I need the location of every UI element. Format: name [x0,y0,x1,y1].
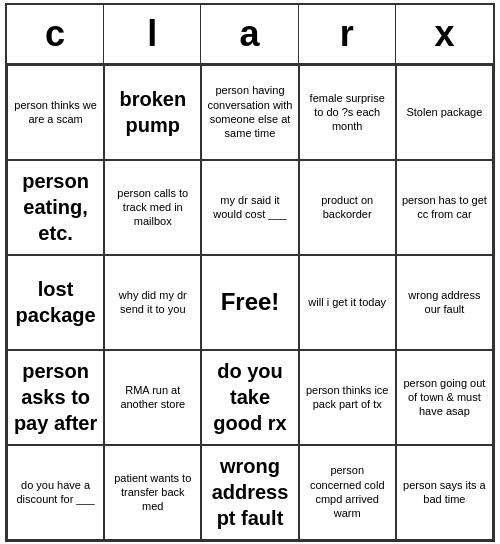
bingo-cell-16[interactable]: RMA run at another store [104,350,201,445]
bingo-cell-13[interactable]: will i get it today [299,255,396,350]
bingo-grid: person thinks we are a scambroken pumppe… [7,65,493,540]
bingo-cell-2[interactable]: person having conversation with someone … [201,65,298,160]
bingo-cell-5[interactable]: person eating, etc. [7,160,104,255]
bingo-cell-24[interactable]: person says its a bad time [396,445,493,540]
bingo-cell-4[interactable]: Stolen package [396,65,493,160]
bingo-cell-12[interactable]: Free! [201,255,298,350]
bingo-cell-7[interactable]: my dr said it would cost ___ [201,160,298,255]
bingo-cell-9[interactable]: person has to get cc from car [396,160,493,255]
bingo-cell-0[interactable]: person thinks we are a scam [7,65,104,160]
bingo-cell-14[interactable]: wrong address our fault [396,255,493,350]
bingo-cell-18[interactable]: person thinks ice pack part of tx [299,350,396,445]
bingo-cell-19[interactable]: person going out of town & must have asa… [396,350,493,445]
bingo-cell-10[interactable]: lost package [7,255,104,350]
bingo-header: c l a r x [7,5,493,65]
bingo-cell-22[interactable]: wrong address pt fault [201,445,298,540]
header-a: a [201,5,298,63]
bingo-cell-8[interactable]: product on backorder [299,160,396,255]
bingo-cell-3[interactable]: female surprise to do ?s each month [299,65,396,160]
bingo-cell-11[interactable]: why did my dr send it to you [104,255,201,350]
header-x: x [396,5,493,63]
header-c: c [7,5,104,63]
bingo-cell-20[interactable]: do you have a discount for ___ [7,445,104,540]
bingo-card: c l a r x person thinks we are a scambro… [5,3,495,542]
bingo-cell-6[interactable]: person calls to track med in mailbox [104,160,201,255]
header-l: l [104,5,201,63]
bingo-cell-17[interactable]: do you take good rx [201,350,298,445]
bingo-cell-15[interactable]: person asks to pay after [7,350,104,445]
header-r: r [299,5,396,63]
bingo-cell-23[interactable]: person concerned cold cmpd arrived warm [299,445,396,540]
bingo-cell-21[interactable]: patient wants to transfer back med [104,445,201,540]
bingo-cell-1[interactable]: broken pump [104,65,201,160]
